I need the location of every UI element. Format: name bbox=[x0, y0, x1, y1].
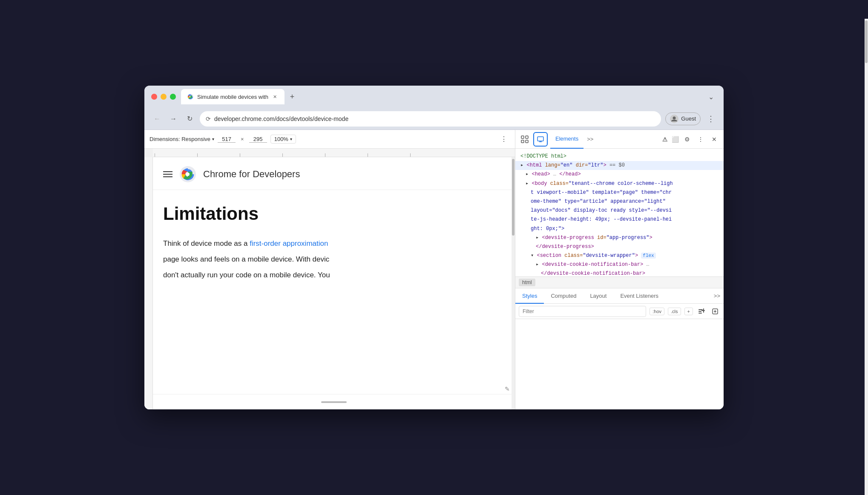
dom-attr-val: "app-progress" bbox=[606, 235, 650, 241]
toggle-computed-button[interactable] bbox=[710, 306, 720, 317]
dom-tree: <!DOCTYPE html> ▸ <html lang="en" dir="l… bbox=[515, 149, 724, 276]
dom-tag: <head> bbox=[532, 171, 550, 177]
minimize-button[interactable] bbox=[161, 94, 167, 100]
viewport-container: Dimensions: Responsive ▾ × 100% ▾ ⋮ bbox=[144, 130, 515, 409]
expand-button[interactable]: ⌄ bbox=[705, 91, 717, 103]
para1-link[interactable]: first-order approximation bbox=[250, 239, 328, 248]
dom-line-section[interactable]: ▾ <section class="devsite-wrapper"> flex bbox=[526, 251, 724, 260]
tab-event-listeners[interactable]: Event Listeners bbox=[613, 288, 665, 304]
page-header: Chrome for Developers bbox=[153, 157, 515, 190]
dom-text: ome-theme" type="article" appearance="li… bbox=[531, 199, 666, 204]
dom-tag: <section bbox=[537, 253, 561, 259]
vertical-ruler bbox=[144, 157, 153, 409]
tab-elements[interactable]: Elements bbox=[550, 130, 583, 149]
devtools-header-right: ⚠ ⬜ ⚙ ⋮ ✕ bbox=[661, 133, 720, 145]
bottom-drag-bar[interactable] bbox=[153, 394, 515, 409]
close-devtools-button[interactable]: ✕ bbox=[708, 133, 720, 145]
tab-computed[interactable]: Computed bbox=[544, 288, 583, 304]
url-text: developer.chrome.com/docs/devtools/devic… bbox=[214, 115, 655, 122]
traffic-lights bbox=[151, 94, 176, 100]
active-tab[interactable]: Simulate mobile devices with ✕ bbox=[181, 89, 285, 104]
hamburger-menu[interactable] bbox=[163, 171, 172, 177]
site-title: Chrome for Developers bbox=[203, 169, 300, 180]
hov-toggle[interactable]: :hov bbox=[650, 308, 664, 315]
dom-tag-close: </devsite-cookie-notification-bar> bbox=[541, 271, 645, 276]
styles-filter-input[interactable] bbox=[519, 306, 646, 317]
device-mode-icon[interactable] bbox=[533, 132, 548, 147]
dom-attr-val: "en" bbox=[560, 162, 573, 168]
tab-layout[interactable]: Layout bbox=[583, 288, 613, 304]
svg-rect-10 bbox=[698, 309, 703, 310]
page-scroll-thumb[interactable] bbox=[512, 159, 514, 236]
profile-button[interactable]: Guest bbox=[665, 112, 701, 125]
ruler-tick bbox=[368, 153, 368, 157]
dom-line-head[interactable]: ▸ <head> … </head> bbox=[520, 170, 724, 179]
url-bar[interactable]: ⟳ developer.chrome.com/docs/devtools/dev… bbox=[200, 111, 661, 127]
browser-menu-button[interactable]: ⋮ bbox=[705, 113, 717, 125]
forward-button[interactable]: → bbox=[167, 113, 179, 125]
ruler-tick bbox=[282, 153, 283, 157]
tab-area: Simulate mobile devices with ✕ + bbox=[181, 89, 700, 104]
page-paragraph-1: Think of device mode as a first-order ap… bbox=[163, 238, 505, 250]
dom-tag: > bbox=[635, 253, 638, 259]
page-paragraph-2: page looks and feels on a mobile device.… bbox=[163, 253, 505, 266]
horizontal-ruler bbox=[153, 149, 515, 157]
maximize-button[interactable] bbox=[170, 94, 176, 100]
dom-line-body[interactable]: ▸ <body class="tenant--chrome color-sche… bbox=[520, 179, 724, 188]
close-button[interactable] bbox=[151, 94, 157, 100]
zoom-label: 100% bbox=[274, 136, 288, 142]
height-input[interactable] bbox=[249, 136, 267, 143]
cls-toggle[interactable]: .cls bbox=[668, 308, 681, 315]
reload-button[interactable]: ↻ bbox=[184, 113, 195, 125]
dimensions-dropdown[interactable]: Dimensions: Responsive ▾ bbox=[149, 136, 214, 142]
tab-more-button[interactable]: >> bbox=[583, 136, 597, 142]
svg-rect-14 bbox=[701, 310, 705, 311]
dom-line-body-cont2: ome-theme" type="article" appearance="li… bbox=[526, 197, 724, 206]
tab-close-button[interactable]: ✕ bbox=[272, 93, 279, 100]
dom-text: layout="docs" display-toc ready style="-… bbox=[531, 207, 672, 213]
new-tab-button[interactable]: + bbox=[286, 91, 298, 103]
expand-arrow[interactable]: ▸ bbox=[520, 162, 526, 168]
expand-arrow[interactable]: ▸ bbox=[536, 235, 542, 241]
dom-attr-val: "devsite-wrapper" bbox=[583, 253, 635, 259]
edit-icon[interactable]: ✎ bbox=[505, 386, 510, 392]
inspect-element-button[interactable] bbox=[519, 133, 531, 145]
tab-styles[interactable]: Styles bbox=[515, 288, 544, 304]
width-input[interactable] bbox=[218, 136, 236, 143]
dom-line-doctype[interactable]: <!DOCTYPE html> bbox=[515, 152, 724, 161]
new-style-rule-button[interactable] bbox=[696, 306, 707, 317]
dom-ref: == $0 bbox=[609, 162, 625, 168]
zoom-dropdown[interactable]: 100% ▾ bbox=[270, 135, 296, 144]
dom-attr: lang= bbox=[545, 162, 560, 168]
expand-arrow[interactable]: ▸ bbox=[526, 171, 532, 177]
add-style-button[interactable]: + bbox=[684, 308, 693, 315]
ruler-tick bbox=[325, 153, 325, 157]
styles-tabs: Styles Computed Layout Event Listeners >… bbox=[515, 288, 724, 304]
expand-arrow[interactable]: ▸ bbox=[526, 181, 532, 187]
dom-line-cookie-close[interactable]: </devsite-cookie-notification-bar> bbox=[536, 269, 724, 276]
back-button[interactable]: ← bbox=[151, 113, 163, 125]
ruler-tick bbox=[410, 153, 411, 157]
hamburger-line bbox=[163, 176, 172, 177]
settings-icon[interactable]: ⚙ bbox=[681, 133, 693, 145]
expand-arrow[interactable]: ▾ bbox=[531, 253, 537, 259]
dom-line-html[interactable]: ▸ <html lang="en" dir="ltr"> == $0 bbox=[515, 161, 724, 170]
devtools-more-button[interactable]: ⋮ bbox=[695, 133, 707, 145]
svg-rect-5 bbox=[521, 140, 524, 143]
dom-line-progress-close[interactable]: </devsite-progress> bbox=[531, 242, 724, 251]
styles-panel: Styles Computed Layout Event Listeners >… bbox=[515, 288, 724, 409]
dom-attr: dir= bbox=[576, 162, 588, 168]
security-icon: ⟳ bbox=[206, 115, 211, 122]
ruler-tick bbox=[155, 153, 155, 157]
dom-line-progress[interactable]: ▸ <devsite-progress id="app-progress"> bbox=[531, 233, 724, 242]
dom-attr-val: "ltr" bbox=[588, 162, 604, 168]
dom-tag: > bbox=[650, 235, 652, 241]
browser-window: Simulate mobile devices with ✕ + ⌄ ← → ↻… bbox=[144, 86, 724, 409]
styles-tab-more[interactable]: >> bbox=[710, 288, 724, 303]
dom-line-body-cont4: te-js-header-height: 49px; --devsite-pan… bbox=[526, 215, 724, 224]
expand-arrow[interactable]: ▸ bbox=[536, 262, 542, 268]
page-scrollbar[interactable] bbox=[512, 157, 515, 409]
more-options-button[interactable]: ⋮ bbox=[498, 133, 510, 145]
breadcrumb-html[interactable]: html bbox=[519, 279, 535, 286]
dom-line-cookie[interactable]: ▸ <devsite-cookie-notification-bar> … bbox=[531, 260, 724, 269]
